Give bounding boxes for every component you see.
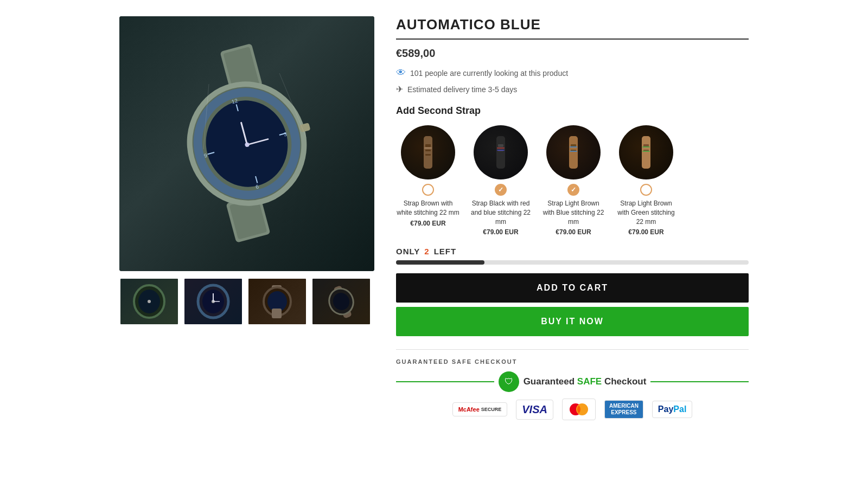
- product-title: AUTOMATICO BLUE: [396, 16, 749, 33]
- thumbnail-2[interactable]: [183, 278, 243, 325]
- thumbnail-3[interactable]: [247, 278, 307, 325]
- svg-rect-38: [425, 144, 431, 147]
- svg-rect-43: [498, 144, 503, 147]
- stock-progress-fill: [396, 260, 484, 265]
- thumbnail-1[interactable]: [119, 278, 179, 325]
- badge-shield-icon: 🛡: [499, 371, 519, 392]
- product-price: €589,00: [396, 47, 749, 60]
- thumbnail-4[interactable]: [311, 278, 371, 325]
- svg-rect-42: [496, 136, 505, 169]
- svg-rect-41: [424, 147, 432, 149]
- strap-radio-brown[interactable]: [422, 184, 434, 196]
- strap-price-light-blue: €79.00 EUR: [556, 228, 591, 236]
- checkout-badge: 🛡 Guaranteed SAFE Checkout: [396, 371, 749, 392]
- checkout-label: GUARANTEED SAFE CHECKOUT: [396, 358, 749, 365]
- checkout-badge-text: Guaranteed SAFE Checkout: [524, 376, 647, 387]
- svg-rect-46: [497, 150, 505, 151]
- stock-label: ONLY: [396, 247, 420, 256]
- product-gallery: 12 3 6 9: [119, 16, 374, 420]
- strap-price-brown: €79.00 EUR: [410, 220, 445, 227]
- strap-option-black[interactable]: Strap Black with red and blue stitching …: [469, 125, 533, 236]
- svg-rect-55: [642, 146, 650, 147]
- viewers-text: 101 people are currently looking at this…: [410, 69, 568, 78]
- strap-label-brown: Strap Brown with white stitching 22 mm: [396, 199, 460, 217]
- straps-grid: Strap Brown with white stitching 22 mm €…: [396, 125, 749, 236]
- mastercard-icon: [568, 402, 590, 416]
- paypal-badge: PayPal: [652, 401, 692, 418]
- strap-radio-light-green[interactable]: [640, 184, 652, 196]
- svg-rect-39: [425, 150, 431, 151]
- strap-label-light-blue: Strap Light Brown with Blue stitching 22…: [541, 199, 605, 226]
- svg-rect-51: [570, 151, 577, 152]
- strap-option-brown[interactable]: Strap Brown with white stitching 22 mm €…: [396, 125, 460, 236]
- svg-rect-45: [497, 147, 505, 149]
- strap-radio-black[interactable]: [495, 184, 507, 196]
- svg-rect-50: [570, 146, 577, 147]
- delivery-row: ✈ Estimated delivery time 3-5 days: [396, 84, 749, 94]
- strap-image-light-blue: [546, 125, 601, 179]
- delivery-text: Estimated delivery time 3-5 days: [407, 85, 517, 94]
- stock-row: ONLY 2 LEFT: [396, 247, 749, 256]
- buy-now-button[interactable]: BUY IT NOW: [396, 307, 749, 336]
- main-product-image: 12 3 6 9: [119, 16, 374, 271]
- add-second-strap-label: Add Second Strap: [396, 105, 749, 117]
- badge-line-right: [650, 381, 749, 382]
- stock-number: 2: [424, 247, 429, 256]
- svg-rect-56: [642, 151, 650, 152]
- mastercard-badge: [562, 399, 596, 420]
- svg-rect-40: [425, 154, 431, 156]
- mcafee-badge: McAfee SECURE: [452, 402, 508, 416]
- svg-rect-33: [272, 309, 282, 318]
- strap-label-black: Strap Black with red and blue stitching …: [469, 199, 533, 226]
- svg-rect-52: [642, 136, 650, 169]
- stock-suffix: LEFT: [434, 247, 457, 256]
- eye-icon: 👁: [396, 67, 406, 79]
- checkout-section: GUARANTEED SAFE CHECKOUT 🛡 Guaranteed SA…: [396, 349, 749, 420]
- strap-image-brown: [401, 125, 455, 179]
- plane-icon: ✈: [396, 84, 403, 94]
- visa-icon: VISA: [522, 403, 547, 416]
- strap-radio-light-blue[interactable]: [567, 184, 579, 196]
- product-details: AUTOMATICO BLUE €589,00 👁 101 people are…: [396, 16, 749, 420]
- strap-image-black: [474, 125, 528, 179]
- add-to-cart-button[interactable]: ADD TO CART: [396, 273, 749, 303]
- thumbnail-strip: [119, 278, 374, 325]
- visa-badge: VISA: [516, 400, 553, 420]
- strap-price-light-green: €79.00 EUR: [628, 228, 663, 236]
- stock-progress-bar: [396, 260, 749, 265]
- strap-label-light-green: Strap Light Brown with Green stitching 2…: [614, 199, 678, 226]
- badge-line-left: [396, 381, 494, 382]
- paypal-icon: PayPal: [658, 404, 686, 414]
- strap-price-black: €79.00 EUR: [483, 228, 518, 236]
- strap-image-light-green: [619, 125, 673, 179]
- viewers-row: 👁 101 people are currently looking at th…: [396, 67, 749, 79]
- strap-option-light-green[interactable]: Strap Light Brown with Green stitching 2…: [614, 125, 678, 236]
- strap-option-light-blue[interactable]: Strap Light Brown with Blue stitching 22…: [541, 125, 605, 236]
- svg-rect-37: [424, 136, 432, 169]
- svg-rect-47: [569, 136, 578, 169]
- payment-icons: McAfee SECURE VISA AMERICANEXPRESS PayPa…: [396, 399, 749, 420]
- amex-badge: AMERICANEXPRESS: [604, 400, 643, 419]
- svg-point-24: [148, 300, 151, 303]
